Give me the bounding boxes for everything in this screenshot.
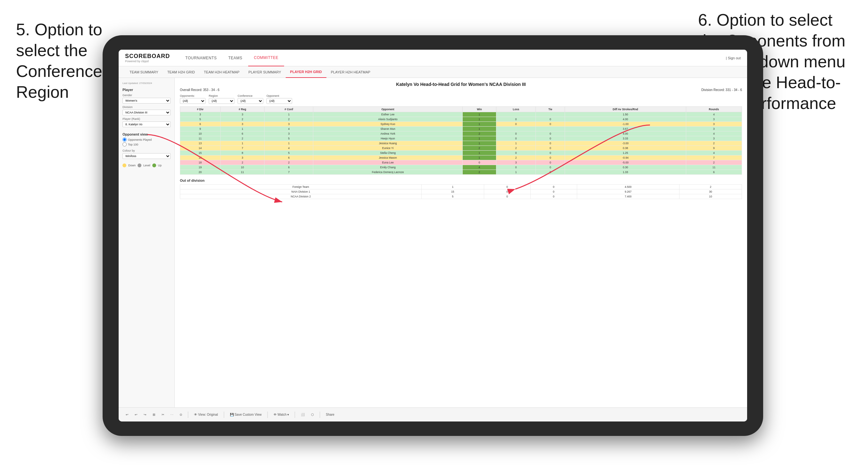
- legend-dot-level: [137, 163, 142, 167]
- toolbar-redo-back[interactable]: ↩: [133, 412, 139, 417]
- toolbar-cut[interactable]: ✂: [160, 412, 166, 417]
- table-row: 914Sharon Mun13.673: [180, 127, 742, 131]
- col-header-diff: Diff Av Strokes/Rnd: [565, 107, 686, 112]
- sub-tab-player-h2h-heatmap[interactable]: PLAYER H2H HEATMAP: [327, 66, 375, 78]
- main-content: Last Updated: 27/03/2024 Player Gender W…: [119, 78, 747, 407]
- region-filter-label: Region: [209, 94, 235, 97]
- table-row: 20117Federica Domecq Lacroze2101.336: [180, 170, 742, 175]
- player-rank-label: Player (Rank): [123, 117, 170, 121]
- filter-conference: Conference (All): [238, 94, 263, 104]
- nav-teams[interactable]: TEAMS: [222, 50, 248, 66]
- main-nav: TOURNAMENTS TEAMS COMMITTEE: [180, 50, 726, 66]
- colour-by-label: Colour by: [123, 149, 170, 152]
- opponent-view-title: Opponent view: [123, 132, 170, 136]
- col-header-tie: Tie: [536, 107, 565, 112]
- filter-region: Region (All): [209, 94, 235, 104]
- toolbar-view-original[interactable]: 👁 View: Original: [192, 412, 220, 417]
- tablet-screen: SCOREBOARD Powered by clippd TOURNAMENTS…: [119, 50, 747, 422]
- overall-record: Overall Record: 353 - 34 - 6: [180, 88, 219, 92]
- toolbar-dot1[interactable]: · ·: [169, 412, 175, 417]
- toolbar-grid[interactable]: ⊞: [151, 412, 157, 417]
- out-of-division-title: Out of division: [180, 179, 742, 182]
- player-rank-select[interactable]: 8. Katelyn Vo: [123, 122, 170, 127]
- table-row: 1474Eunice Yi2200.389: [180, 146, 742, 151]
- division-label: Division: [123, 105, 170, 108]
- table-row: 522Alexis Sudjianto1004.003: [180, 117, 742, 122]
- legend-label-up: Up: [158, 164, 162, 167]
- legend-dot-up: [152, 163, 156, 167]
- opponent-filter-select[interactable]: (All): [267, 98, 292, 104]
- sub-tab-team-h2h-grid[interactable]: TEAM H2H GRID: [163, 66, 199, 78]
- toolbar-circle[interactable]: ⊙: [178, 412, 184, 417]
- division-select[interactable]: NCAA Division III: [123, 110, 170, 115]
- col-header-win: Win: [462, 107, 496, 112]
- sub-nav: TEAM SUMMARY TEAM H2H GRID TEAM H2H HEAT…: [119, 66, 747, 78]
- conference-filter-select[interactable]: (All): [238, 98, 263, 104]
- legend-label-level: Level: [143, 164, 150, 167]
- table-row: 1125Heejo Hyun1003.333: [180, 136, 742, 141]
- opponents-filter-label: Opponents:: [180, 94, 206, 97]
- sub-tab-player-summary[interactable]: PLAYER SUMMARY: [244, 66, 286, 78]
- grid-title: Katelyn Vo Head-to-Head Grid for Women's…: [180, 82, 742, 87]
- colour-section: Colour by Win/loss: [123, 149, 170, 161]
- colour-by-select[interactable]: Win/loss: [123, 153, 170, 159]
- records-row: Overall Record: 353 - 34 - 6 Division Re…: [180, 88, 742, 92]
- table-row: 1063Andrea York2004.004: [180, 131, 742, 136]
- logo-text: SCOREBOARD: [125, 53, 170, 60]
- division-record: Division Record: 331 - 34 - 6: [701, 88, 742, 92]
- toolbar-sep5: [320, 411, 320, 418]
- logo-area: SCOREBOARD Powered by clippd: [125, 53, 170, 63]
- col-header-opponent: Opponent: [313, 107, 463, 112]
- legend-label-down: Down: [128, 164, 136, 167]
- bottom-toolbar: ↩ ↩ ↪ ⊞ ✂ · · ⊙ 👁 View: Original 💾 Save …: [119, 407, 747, 422]
- radio-top100[interactable]: Top 100: [123, 142, 170, 147]
- table-row: 1311Jessica Huang110-3.002: [180, 141, 742, 146]
- col-header-div: # Div: [180, 107, 221, 112]
- opponents-filter-select[interactable]: (All): [180, 98, 206, 104]
- conference-filter-label: Conference: [238, 94, 263, 97]
- nav-committee[interactable]: COMMITTEE: [248, 50, 284, 66]
- toolbar-save-custom[interactable]: 💾 Save Custom View: [228, 412, 264, 417]
- table-row: 1636Jessica Mason120-0.947: [180, 155, 742, 160]
- table-row: 1822Euna Lee030-5.002: [180, 160, 742, 165]
- table-row: 19106Emily Chang4000.3011: [180, 165, 742, 170]
- toolbar-sep3: [268, 411, 268, 418]
- left-panel: Last Updated: 27/03/2024 Player Gender W…: [119, 78, 175, 407]
- last-updated: Last Updated: 27/03/2024: [123, 82, 170, 85]
- filters-row: Opponents: (All) Region (All) Conference: [180, 94, 742, 104]
- sub-tab-team-h2h-heatmap[interactable]: TEAM H2H HEATMAP: [199, 66, 244, 78]
- radio-opponents-played[interactable]: Opponents Played: [123, 137, 170, 142]
- toolbar-undo[interactable]: ↩: [124, 412, 130, 417]
- toolbar-hex[interactable]: ⬡: [309, 412, 316, 417]
- nav-tournaments[interactable]: TOURNAMENTS: [180, 50, 222, 66]
- sub-tab-team-summary[interactable]: TEAM SUMMARY: [125, 66, 163, 78]
- gender-select[interactable]: Women's: [123, 98, 170, 103]
- col-header-rounds: Rounds: [686, 107, 742, 112]
- sub-tab-player-h2h-grid[interactable]: PLAYER H2H GRID: [286, 66, 327, 78]
- table-row: 633Sydney Kuo100-1.003: [180, 122, 742, 127]
- gender-label: Gender: [123, 94, 170, 97]
- col-header-conf: # Conf: [265, 107, 313, 112]
- toolbar-redo[interactable]: ↪: [142, 412, 148, 417]
- logo-sub: Powered by clippd: [125, 60, 170, 63]
- toolbar-sep2: [224, 411, 224, 418]
- ood-table-row: Foreign Team1004.5002: [180, 185, 742, 189]
- ood-table-row: NCAA Division 25007.40010: [180, 194, 742, 199]
- table-row: 1585Stella Cheng1001.254: [180, 151, 742, 155]
- ood-table-row: NAIA Division 115009.26730: [180, 189, 742, 194]
- region-filter-select[interactable]: (All): [209, 98, 235, 104]
- col-header-reg: # Reg: [220, 107, 265, 112]
- tablet-device: SCOREBOARD Powered by clippd TOURNAMENTS…: [103, 35, 763, 436]
- opponent-filter-label: Opponent: [267, 94, 292, 97]
- player-section-title: Player: [123, 88, 170, 92]
- toolbar-sep1: [188, 411, 188, 418]
- toolbar-share[interactable]: Share: [324, 412, 336, 417]
- toolbar-watch[interactable]: 👁 Watch ▾: [272, 412, 291, 417]
- sign-out-link[interactable]: | Sign out: [726, 56, 741, 60]
- toolbar-expand[interactable]: ⬜: [299, 412, 307, 417]
- filter-opponents: Opponents: (All): [180, 94, 206, 104]
- table-row: 331Esther Lee11.504: [180, 112, 742, 117]
- filter-opponent: Opponent (All): [267, 94, 292, 104]
- right-main: Katelyn Vo Head-to-Head Grid for Women's…: [175, 78, 747, 407]
- h2h-table: # Div # Reg # Conf Opponent Win Loss Tie…: [180, 106, 742, 175]
